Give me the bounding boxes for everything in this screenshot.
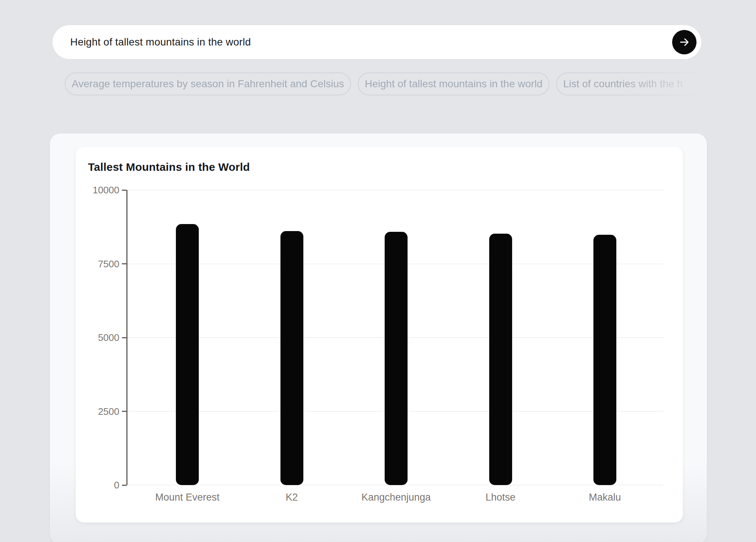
search-bar[interactable]: Height of tallest mountains in the world: [52, 25, 701, 59]
chart-card: Tallest Mountains in the World 025005000…: [76, 147, 683, 522]
x-axis-label: Mount Everest: [132, 492, 243, 502]
bar-chart: 025005000750010000Mount EverestK2Kangche…: [76, 147, 683, 522]
suggestion-chips: Average temperatures by season in Fahren…: [65, 72, 756, 96]
y-axis-line: [126, 190, 127, 485]
gridline: [127, 190, 663, 190]
x-axis-label: Makalu: [549, 492, 660, 502]
search-input[interactable]: Height of tallest mountains in the world: [70, 36, 251, 48]
x-axis-label: K2: [236, 492, 347, 502]
x-axis-label: Lhotse: [445, 492, 556, 502]
bar: [593, 235, 616, 485]
suggestion-chip-mountains[interactable]: Height of tallest mountains in the world: [358, 72, 549, 95]
y-axis-tick-label: 5000: [79, 333, 119, 342]
bar: [176, 224, 199, 485]
search-submit-button[interactable]: [672, 30, 697, 54]
bar: [385, 232, 408, 485]
result-card: Tallest Mountains in the World 025005000…: [50, 133, 707, 542]
bar: [280, 231, 303, 485]
y-axis-tick-label: 10000: [79, 185, 119, 195]
y-axis-tick-label: 7500: [79, 259, 119, 269]
y-axis-tick-label: 0: [79, 480, 119, 490]
y-axis-tick-label: 2500: [79, 407, 119, 416]
bar: [489, 234, 512, 485]
arrow-right-icon: [678, 36, 690, 48]
x-axis-label: Kangchenjunga: [341, 492, 452, 502]
suggestion-chip-countries[interactable]: List of countries with the h: [556, 72, 756, 95]
suggestion-chip-temperatures[interactable]: Average temperatures by season in Fahren…: [65, 72, 351, 95]
page: Height of tallest mountains in the world…: [0, 0, 756, 542]
